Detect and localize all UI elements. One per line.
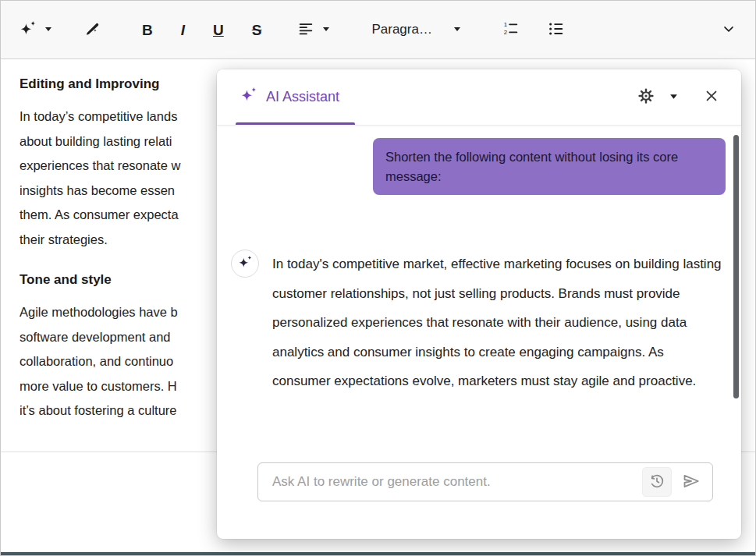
numbered-list-button[interactable]: 1 2: [498, 16, 524, 44]
close-dialog-button[interactable]: [701, 85, 722, 109]
dialog-footer: [217, 453, 741, 539]
history-clock-icon: [648, 473, 665, 492]
bullet-list-icon: [548, 20, 565, 40]
bullet-list-button[interactable]: [543, 16, 570, 44]
history-button[interactable]: [642, 467, 672, 497]
ai-shortcuts-button[interactable]: [15, 16, 58, 44]
numbered-list-icon: 1 2: [502, 20, 520, 40]
close-icon: [704, 88, 719, 106]
chat-area: Shorten the following content without lo…: [217, 126, 741, 453]
chevron-down-icon: [44, 24, 53, 36]
ai-sparkle-icon: [20, 20, 37, 40]
format-select[interactable]: Paragra…: [367, 17, 466, 42]
bold-button[interactable]: B: [137, 18, 158, 42]
ai-rewrite-button[interactable]: [80, 16, 106, 44]
pen-sparkle-icon: [84, 20, 101, 40]
align-left-icon: [297, 20, 314, 40]
ai-sparkle-icon: [240, 87, 257, 108]
italic-label: I: [181, 23, 185, 37]
editor-window: B I U S Paragra…: [0, 0, 756, 556]
ai-avatar: [231, 250, 259, 278]
send-button[interactable]: [676, 467, 706, 497]
chevron-down-icon: [321, 24, 331, 36]
strikethrough-button[interactable]: S: [247, 18, 267, 42]
format-select-value: Paragra…: [371, 22, 431, 37]
chat-scrollbar[interactable]: [733, 135, 739, 398]
toolbar-more-button[interactable]: [716, 16, 741, 44]
send-icon: [682, 472, 701, 493]
chevron-down-icon: [453, 22, 462, 37]
strikethrough-label: S: [252, 23, 262, 37]
dialog-title: AI Assistant: [266, 89, 339, 105]
svg-text:2: 2: [504, 29, 507, 36]
ai-prompt-input[interactable]: [271, 473, 642, 490]
svg-text:1: 1: [504, 21, 507, 28]
ai-sparkle-icon: [238, 255, 253, 273]
prompt-input-box: [257, 462, 713, 501]
chevron-down-icon: [669, 91, 679, 104]
user-message-bubble: Shorten the following content without lo…: [373, 138, 726, 195]
settings-dropdown-button[interactable]: [665, 88, 682, 107]
settings-button[interactable]: [634, 84, 658, 110]
dialog-header-actions: [634, 69, 722, 125]
ai-response-text: In today's competitive market, effective…: [272, 250, 722, 396]
chevron-down-icon: [721, 21, 736, 39]
editor-toolbar: B I U S Paragra…: [1, 1, 755, 59]
bold-label: B: [142, 23, 153, 37]
dialog-header: AI Assistant: [217, 69, 741, 126]
tab-ai-assistant[interactable]: AI Assistant: [236, 69, 344, 125]
gear-icon: [637, 87, 655, 107]
underline-label: U: [213, 23, 224, 37]
statusbar: [1, 552, 755, 555]
underline-button[interactable]: U: [208, 18, 229, 42]
ai-response-row: In today's competitive market, effective…: [231, 250, 722, 396]
italic-button[interactable]: I: [176, 18, 190, 42]
ai-assistant-dialog: AI Assistant: [217, 69, 741, 539]
alignment-button[interactable]: [293, 16, 335, 44]
